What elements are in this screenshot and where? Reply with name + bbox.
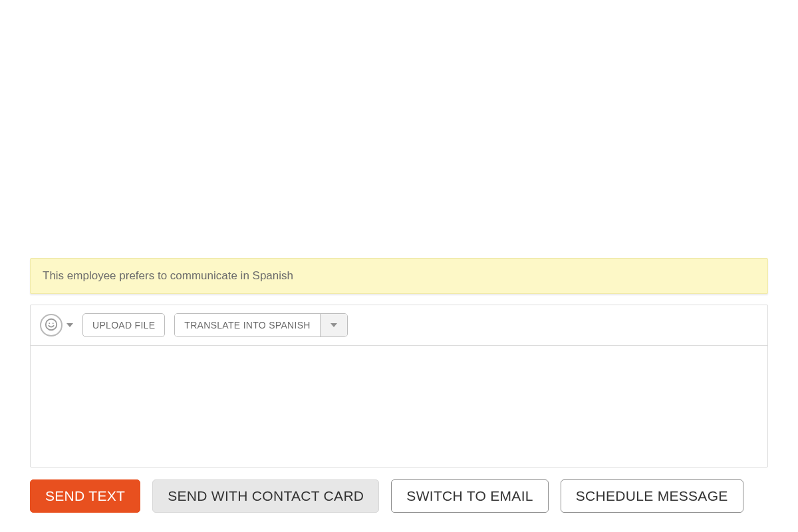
smiley-icon xyxy=(44,317,59,334)
svg-point-1 xyxy=(49,323,50,324)
translate-split-button: TRANSLATE INTO SPANISH xyxy=(174,313,347,337)
translate-dropdown-button[interactable] xyxy=(321,314,347,336)
send-with-contact-card-button[interactable]: SEND WITH CONTACT CARD xyxy=(152,479,379,513)
svg-point-0 xyxy=(46,319,57,330)
upload-file-button[interactable]: UPLOAD FILE xyxy=(82,313,165,337)
translate-button[interactable]: TRANSLATE INTO SPANISH xyxy=(175,314,320,336)
emoji-dropdown-caret[interactable] xyxy=(66,323,73,327)
message-input[interactable] xyxy=(31,346,767,464)
chevron-down-icon xyxy=(331,323,337,327)
message-composer: UPLOAD FILE TRANSLATE INTO SPANISH xyxy=(30,305,768,467)
composer-toolbar: UPLOAD FILE TRANSLATE INTO SPANISH xyxy=(31,305,767,346)
switch-to-email-button[interactable]: SWITCH TO EMAIL xyxy=(391,479,548,513)
svg-point-2 xyxy=(53,323,54,324)
notice-text: This employee prefers to communicate in … xyxy=(43,269,293,282)
language-preference-notice: This employee prefers to communicate in … xyxy=(30,258,768,294)
action-buttons-row: SEND TEXT SEND WITH CONTACT CARD SWITCH … xyxy=(30,479,768,521)
emoji-picker-button[interactable] xyxy=(40,314,63,336)
schedule-message-button[interactable]: SCHEDULE MESSAGE xyxy=(561,479,743,513)
message-composer-panel: This employee prefers to communicate in … xyxy=(0,258,798,521)
emoji-picker-group xyxy=(40,314,73,336)
send-text-button[interactable]: SEND TEXT xyxy=(30,479,140,513)
conversation-area xyxy=(0,0,798,258)
